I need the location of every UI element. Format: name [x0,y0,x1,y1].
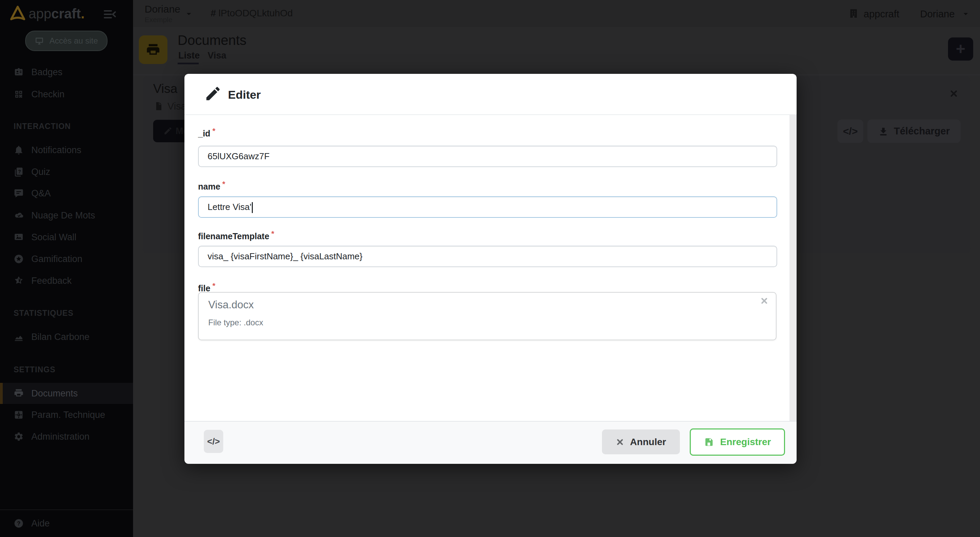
chart-icon [14,332,24,342]
logo-bold: craft [51,6,81,21]
settings-box-icon [14,410,24,420]
text-cursor [252,202,253,213]
sidebar-item-aide[interactable]: Aide [0,513,133,534]
event-subtitle: Exemple [145,16,180,24]
modal-title: Editer [228,88,261,101]
x-icon [616,438,624,446]
panel-title: Visa [153,82,177,96]
org-name[interactable]: appcraft [864,8,899,20]
access-site-button[interactable]: Accès au site [25,30,108,51]
required-asterisk: * [212,281,215,290]
access-site-label: Accès au site [49,36,98,46]
sidebar: appcraft. Accès au site Badges Checkin I… [0,0,133,537]
id-field-label: _id* [198,127,215,139]
image-icon [14,232,24,242]
id-input[interactable]: 65lUXG6awz7F [198,146,777,167]
sidebar-item-param-technique[interactable]: Param. Technique [0,405,133,425]
sidebar-item-nuage-de-mots[interactable]: Nuage De Mots [0,205,133,226]
active-tab-underline [178,63,199,64]
required-asterisk: * [271,229,274,238]
sidebar-item-badges[interactable]: Badges [0,62,133,82]
tab-liste[interactable]: Liste [178,50,200,61]
required-asterisk: * [212,127,215,135]
file-dropzone[interactable]: Visa.docx File type: .docx [198,292,776,340]
page-icon-box [139,35,167,64]
section-interaction: INTERACTION [14,122,71,131]
event-switcher[interactable]: Doriane Exemple [145,3,180,24]
cloud-icon [14,210,24,220]
code-icon: </> [207,436,220,447]
modal-header-divider [185,114,797,115]
topbar: Doriane Exemple # lPtoODQLktuhOd appcraf… [133,0,980,27]
modal-scrollbar[interactable] [789,115,797,421]
panel-code-button[interactable]: </> [837,120,863,143]
logo-dot: . [81,6,84,21]
panel-file-name: Visa [167,101,186,112]
file-icon [154,101,163,111]
sidebar-item-documents[interactable]: Documents [0,383,133,404]
badge-icon [14,67,24,77]
qr-code-icon [14,89,24,99]
sidebar-item-bilan-carbone[interactable]: Bilan Carbone [0,327,133,347]
star-circle-icon [14,254,24,264]
sidebar-item-quiz[interactable]: Quiz [0,162,133,182]
required-asterisk: * [222,180,225,188]
cancel-button[interactable]: Annuler [602,429,680,454]
footer-code-button[interactable]: </> [204,430,223,453]
file-name: Visa.docx [208,299,254,311]
quiz-icon [14,167,24,177]
event-name: Doriane [145,3,180,15]
app-root: appcraft. Accès au site Badges Checkin I… [0,0,980,537]
sidebar-item-qa[interactable]: Q&A [0,183,133,204]
sidebar-divider [0,510,133,510]
code-icon: </> [843,126,858,137]
pencil-icon [204,85,222,102]
chevron-down-icon [184,9,194,19]
tab-visa[interactable]: Visa [208,50,226,61]
star-half-icon [14,276,24,286]
sidebar-item-gamification[interactable]: Gamification [0,249,133,269]
plus-icon: + [956,41,966,57]
file-type: File type: .docx [208,318,263,327]
close-icon[interactable] [950,89,958,98]
appcraft-logo-icon [10,5,26,21]
sidebar-item-checkin[interactable]: Checkin [0,84,133,105]
bell-icon [14,145,24,155]
remove-file-icon[interactable] [760,297,768,305]
chat-icon [14,188,24,198]
edit-modal: Editer _id* 65lUXG6awz7F name* Lettre Vi… [185,74,797,463]
help-icon [14,518,24,529]
sidebar-item-notifications[interactable]: Notifications [0,140,133,160]
name-field-label: name* [198,180,225,191]
add-document-button[interactable]: + [948,37,973,61]
modal-footer: </> Annuler Enregistrer [185,421,797,464]
appcraft-logo-text: appcraft. [29,6,85,21]
chevron-down-icon [961,9,970,19]
page-title: Documents [178,33,247,48]
channel-id[interactable]: # lPtoODQLktuhOd [211,8,293,19]
sidebar-collapse-icon[interactable] [103,8,116,21]
save-icon [704,437,714,447]
section-statistiques: STATISTIQUES [14,309,73,318]
filename-template-input[interactable]: visa_ {visaFirstName}_ {visaLastName} [198,246,777,267]
gear-icon [14,432,24,442]
hash-icon: # [211,8,216,18]
pencil-icon [163,126,172,135]
monitor-icon [35,37,44,46]
sidebar-item-administration[interactable]: Administration [0,426,133,447]
building-icon [848,8,859,19]
save-button[interactable]: Enregistrer [690,429,785,456]
printer-icon [14,388,24,398]
section-settings: SETTINGS [14,365,56,374]
download-button[interactable]: Télécharger [867,120,961,143]
user-menu[interactable]: Doriane [920,8,955,20]
template-field-label: filenameTemplate* [198,229,274,241]
logo-light: app [29,6,51,21]
download-icon [878,126,888,137]
sidebar-item-feedback[interactable]: Feedback [0,271,133,291]
name-input[interactable]: Lettre Visa' [198,196,777,218]
printer-icon [146,42,161,57]
sidebar-item-social-wall[interactable]: Social Wall [0,227,133,247]
